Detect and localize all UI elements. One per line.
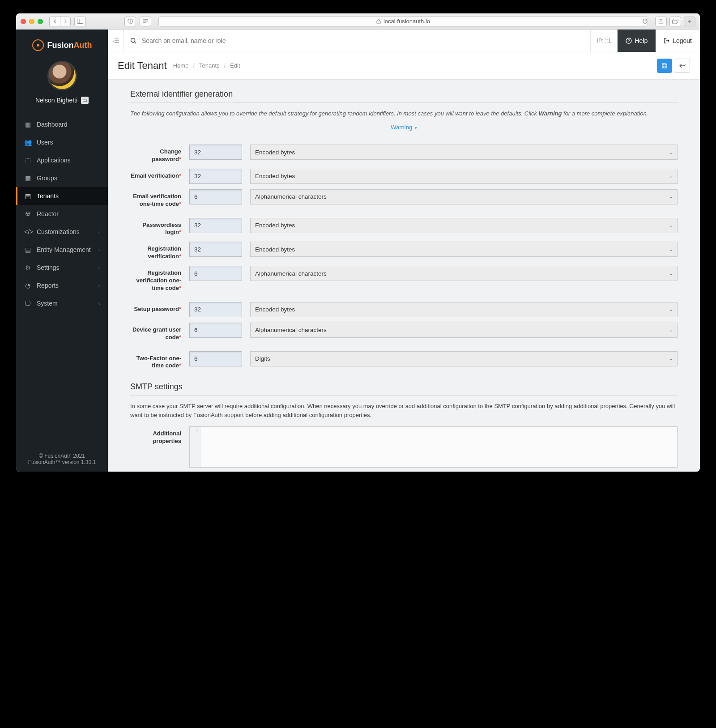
dashboard-icon: ▥ — [24, 121, 31, 128]
tabs-button[interactable] — [669, 17, 681, 26]
help-button[interactable]: ? Help — [618, 30, 656, 52]
shield-button[interactable] — [124, 17, 136, 26]
collapse-sidebar-button[interactable] — [108, 30, 124, 52]
type-select[interactable]: Alphanumerical characters⌄ — [250, 323, 678, 338]
chevron-left-icon: ‹ — [98, 247, 100, 252]
sidebar-item-applications[interactable]: ⬚Applications — [16, 151, 108, 169]
logout-button[interactable]: Logout — [656, 30, 700, 52]
panel-icon — [77, 19, 83, 24]
url-bar[interactable]: local.fusionauth.io — [158, 16, 648, 27]
sidebar-item-customizations[interactable]: </>Customizations‹ — [16, 223, 108, 241]
select-value: Encoded bytes — [255, 222, 295, 229]
url-text: local.fusionauth.io — [384, 18, 430, 25]
sidebar-item-dashboard[interactable]: ▥Dashboard — [16, 115, 108, 133]
section-external-identifiers: External identifier generation The follo… — [130, 89, 678, 370]
type-select[interactable]: Alphanumerical characters⌄ — [250, 266, 678, 281]
sidebar-item-tenants[interactable]: ▤Tenants — [16, 187, 108, 205]
forward-button[interactable] — [60, 17, 71, 26]
length-input[interactable]: 32 — [189, 169, 242, 184]
breadcrumb-item[interactable]: Home — [173, 62, 189, 69]
share-icon — [658, 18, 664, 25]
sidebar-item-reactor[interactable]: ☢Reactor — [16, 205, 108, 223]
nav-back-forward — [49, 17, 71, 26]
save-icon — [661, 63, 668, 69]
return-icon — [679, 63, 686, 68]
logo-mark-icon — [32, 39, 44, 51]
field-label: Email verification* — [130, 169, 181, 180]
sidebar: FusionAuth Nelson Bighetti ▭ ▥Dashboard … — [16, 30, 108, 472]
type-select[interactable]: Encoded bytes⌄ — [250, 169, 678, 184]
user-name: Nelson Bighetti — [35, 97, 77, 104]
type-select[interactable]: Encoded bytes⌄ — [250, 218, 678, 233]
search-bar — [124, 30, 591, 52]
breadcrumb-item[interactable]: Tenants — [199, 62, 220, 69]
help-icon: ? — [626, 38, 632, 44]
length-input[interactable]: 32 — [189, 218, 242, 233]
length-input[interactable]: 32 — [189, 242, 242, 257]
share-button[interactable] — [655, 17, 667, 26]
type-select[interactable]: Encoded bytes⌄ — [250, 145, 678, 160]
length-input[interactable]: 32 — [189, 302, 242, 317]
close-window-button[interactable] — [21, 19, 26, 24]
brand-name: FusionAuth — [47, 41, 92, 50]
new-tab-button[interactable] — [684, 17, 695, 26]
length-input[interactable]: 6 — [189, 266, 242, 281]
sidebar-item-groups[interactable]: ▦Groups — [16, 169, 108, 187]
version-text: FusionAuth™ version 1.30.1 — [19, 459, 105, 465]
avatar — [47, 61, 77, 90]
breadcrumb-item: Edit — [230, 62, 240, 69]
length-input[interactable]: 6 — [189, 189, 242, 204]
type-select[interactable]: Encoded bytes⌄ — [250, 242, 678, 257]
length-input[interactable]: 6 — [189, 351, 242, 366]
identifier-row: Registration verification one-time code*… — [130, 266, 678, 292]
field-label: Setup password* — [130, 302, 181, 313]
editor-textarea[interactable] — [200, 427, 677, 467]
page-title: Edit Tenant — [118, 60, 167, 72]
user-profile[interactable]: Nelson Bighetti ▭ — [16, 57, 108, 114]
chevron-down-icon: ⌄ — [669, 174, 673, 179]
select-value: Alphanumerical characters — [255, 270, 327, 277]
maximize-window-button[interactable] — [38, 19, 43, 24]
save-button[interactable] — [657, 59, 672, 73]
section-title: External identifier generation — [130, 89, 678, 103]
sidebar-item-users[interactable]: 👥Users — [16, 133, 108, 151]
users-icon: 👥 — [24, 139, 31, 146]
identifier-row: Change password*32Encoded bytes⌄ — [130, 145, 678, 163]
reload-button[interactable] — [642, 18, 648, 24]
length-input[interactable]: 6 — [189, 323, 242, 338]
chevron-down-icon: ⌄ — [669, 150, 673, 155]
piechart-icon: ◔ — [24, 282, 31, 289]
minimize-window-button[interactable] — [29, 19, 34, 24]
reader-button[interactable] — [140, 17, 151, 26]
sidebar-item-entity-management[interactable]: ▤Entity Management‹ — [16, 241, 108, 259]
type-select[interactable]: Encoded bytes⌄ — [250, 302, 678, 317]
type-select[interactable]: Alphanumerical characters⌄ — [250, 189, 678, 204]
search-input[interactable] — [142, 37, 584, 44]
additional-properties-editor[interactable]: 1 — [189, 426, 678, 468]
cube-icon: ⬚ — [24, 157, 31, 164]
page-header: Edit Tenant Home / Tenants / Edit — [108, 52, 700, 80]
browser-window: local.fusionauth.io — [16, 13, 700, 472]
warning-toggle[interactable]: Warning ▾ — [130, 122, 678, 137]
chevron-down-icon: ⌄ — [669, 223, 673, 228]
type-select[interactable]: Digits⌄ — [250, 351, 678, 366]
sidebar-item-reports[interactable]: ◔Reports‹ — [16, 277, 108, 294]
select-value: Encoded bytes — [255, 246, 295, 253]
back-button[interactable] — [675, 59, 690, 73]
sidebar-toggle-button[interactable] — [74, 17, 86, 26]
select-value: Digits — [255, 355, 270, 362]
select-value: Encoded bytes — [255, 173, 295, 179]
back-button[interactable] — [49, 17, 60, 26]
chevron-left-icon: ‹ — [98, 301, 100, 306]
sidebar-item-system[interactable]: 🖵System‹ — [16, 294, 108, 312]
sidebar-item-settings[interactable]: ⚙Settings‹ — [16, 259, 108, 277]
reader-icon — [142, 19, 149, 24]
select-value: Encoded bytes — [255, 149, 295, 156]
monitor-icon: 🖵 — [24, 300, 31, 307]
window-controls — [21, 19, 43, 24]
code-icon: </> — [24, 228, 31, 235]
browser-chrome: local.fusionauth.io — [16, 13, 700, 30]
select-value: Alphanumerical characters — [255, 193, 327, 200]
length-input[interactable]: 32 — [189, 145, 242, 160]
tabs-icon — [672, 19, 678, 24]
